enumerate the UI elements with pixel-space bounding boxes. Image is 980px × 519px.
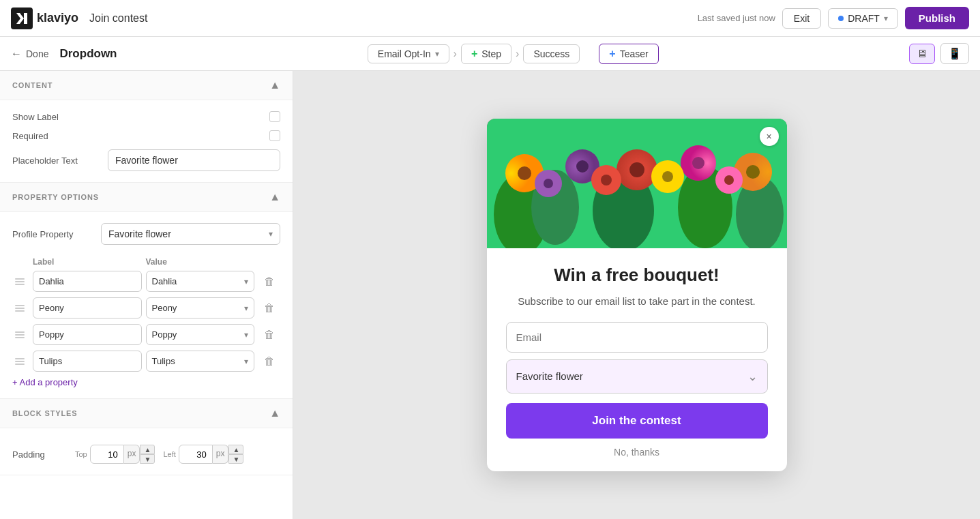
svg-point-13 bbox=[629, 162, 644, 177]
flow-arrow-1: › bbox=[454, 48, 457, 60]
left-decrement-button[interactable]: ▼ bbox=[228, 454, 243, 464]
options-table-header: Label Value bbox=[12, 253, 280, 271]
done-label: Done bbox=[26, 48, 48, 59]
done-button[interactable]: ← Done bbox=[11, 48, 48, 60]
flowers-svg bbox=[487, 119, 787, 248]
flowbar: ← Done Dropdown Email Opt-In ▾ › + Step … bbox=[0, 37, 980, 71]
value-chevron-icon: ▾ bbox=[244, 303, 248, 313]
padding-top-field: Top px ▲ ▼ bbox=[75, 445, 155, 464]
label-col-header: Label bbox=[33, 257, 142, 267]
property-options-title: PROPERTY OPTIONS bbox=[12, 193, 99, 201]
value-chevron-icon: ▾ bbox=[244, 330, 248, 340]
page-title: Join contest bbox=[89, 12, 147, 25]
left-increment-button[interactable]: ▲ bbox=[228, 445, 243, 454]
content-section-toggle-icon: ▲ bbox=[269, 79, 280, 91]
delete-tulips-button[interactable]: 🗑 bbox=[258, 354, 280, 369]
flowbar-left: ← Done Dropdown bbox=[11, 47, 117, 61]
left-label: Left bbox=[163, 450, 175, 458]
email-input-preview[interactable] bbox=[506, 322, 768, 353]
left-stepper[interactable]: ▲ ▼ bbox=[228, 445, 243, 464]
svg-point-9 bbox=[518, 166, 531, 180]
plus-green-icon: + bbox=[471, 48, 477, 60]
flow-step-chevron-icon: ▾ bbox=[435, 49, 439, 59]
delete-peony-button[interactable]: 🗑 bbox=[258, 301, 280, 316]
left-panel: CONTENT ▲ Show Label Required Placeholde… bbox=[0, 71, 293, 519]
delete-poppy-button[interactable]: 🗑 bbox=[258, 327, 280, 342]
flow-step-email-opt-in[interactable]: Email Opt-In ▾ bbox=[368, 44, 449, 63]
back-arrow-icon: ← bbox=[11, 48, 22, 60]
padding-label-text: Padding bbox=[12, 449, 67, 460]
top-label: Top bbox=[75, 450, 87, 458]
modal-preview: × Win a free bouquet! Subscribe to our e… bbox=[487, 119, 787, 471]
flower-dropdown-preview[interactable]: Favorite flower ⌄ bbox=[506, 359, 768, 394]
top-decrement-button[interactable]: ▼ bbox=[140, 454, 155, 464]
desktop-view-button[interactable]: 🖥 bbox=[909, 44, 935, 64]
label-input-peony[interactable] bbox=[33, 297, 142, 318]
section-title: Dropdown bbox=[59, 47, 117, 61]
placeholder-text-label: Placeholder Text bbox=[12, 155, 101, 166]
join-button[interactable]: Join the contest bbox=[506, 403, 768, 439]
padding-top-input[interactable] bbox=[90, 445, 124, 464]
property-options-section-header[interactable]: PROPERTY OPTIONS ▲ bbox=[0, 183, 293, 212]
content-section-header[interactable]: CONTENT ▲ bbox=[0, 71, 293, 100]
drag-handle[interactable] bbox=[12, 302, 29, 314]
svg-rect-1 bbox=[24, 13, 27, 24]
close-modal-button[interactable]: × bbox=[760, 127, 779, 146]
draft-button[interactable]: DRAFT ▾ bbox=[828, 8, 898, 29]
modal-subtext: Subscribe to our email list to take part… bbox=[506, 294, 768, 310]
required-checkbox[interactable] bbox=[269, 130, 280, 141]
padding-left-input[interactable] bbox=[179, 445, 213, 464]
drag-handle[interactable] bbox=[12, 276, 29, 288]
logo: klaviyo bbox=[11, 8, 78, 29]
publish-button[interactable]: Publish bbox=[905, 7, 969, 29]
top-px-label: px bbox=[124, 445, 140, 464]
no-thanks-link[interactable]: No, thanks bbox=[506, 447, 768, 458]
draft-dot bbox=[838, 16, 844, 21]
topbar-right: Last saved just now Exit DRAFT ▾ Publish bbox=[698, 7, 969, 29]
svg-point-15 bbox=[692, 157, 704, 169]
required-row: Required bbox=[12, 130, 280, 141]
value-select-peony[interactable]: Peony ▾ bbox=[146, 297, 255, 318]
exit-button[interactable]: Exit bbox=[782, 8, 821, 29]
profile-property-label: Profile Property bbox=[12, 229, 101, 239]
padding-left-field: Left px ▲ ▼ bbox=[163, 445, 243, 464]
last-saved-text: Last saved just now bbox=[698, 13, 775, 23]
flower-chevron-icon: ⌄ bbox=[747, 369, 758, 384]
label-input-tulips[interactable] bbox=[33, 351, 142, 372]
drag-handle[interactable] bbox=[12, 329, 29, 341]
mobile-view-button[interactable]: 📱 bbox=[940, 43, 969, 64]
flow-step-success[interactable]: Success bbox=[523, 44, 580, 63]
content-section-body: Show Label Required Placeholder Text bbox=[0, 100, 293, 183]
flow-step-teaser[interactable]: + Teaser bbox=[599, 44, 658, 64]
property-options-body: Profile Property Favorite flower ▾ Label… bbox=[0, 212, 293, 399]
flowers-image bbox=[487, 119, 787, 248]
add-property-link[interactable]: + Add a property bbox=[12, 377, 280, 387]
modal-image-container: × bbox=[487, 119, 787, 248]
placeholder-text-input[interactable] bbox=[108, 149, 280, 171]
value-select-tulips[interactable]: Tulips ▾ bbox=[146, 351, 255, 372]
teaser-label: Teaser bbox=[620, 48, 649, 59]
top-stepper[interactable]: ▲ ▼ bbox=[140, 445, 155, 464]
value-select-poppy[interactable]: Poppy ▾ bbox=[146, 324, 255, 345]
delete-dahlia-button[interactable]: 🗑 bbox=[258, 274, 280, 289]
block-styles-title: BLOCK STYLES bbox=[12, 409, 78, 417]
show-label-checkbox[interactable] bbox=[269, 111, 280, 122]
flow-arrow-2: › bbox=[516, 48, 519, 60]
drag-handle[interactable] bbox=[12, 355, 29, 368]
flowbar-center: Email Opt-In ▾ › + Step › Success + Teas… bbox=[368, 44, 659, 64]
svg-point-21 bbox=[601, 175, 612, 186]
required-label-text: Required bbox=[12, 131, 269, 141]
padding-row: Padding Top px ▲ ▼ Left bbox=[12, 445, 280, 464]
left-px-label: px bbox=[213, 445, 229, 464]
profile-property-value: Favorite flower bbox=[108, 228, 171, 239]
flowbar-right: 🖥 📱 bbox=[909, 43, 969, 64]
block-styles-section-header[interactable]: BLOCK STYLES ▲ bbox=[0, 399, 293, 428]
flow-step-add-1[interactable]: + Step bbox=[461, 44, 511, 64]
svg-point-11 bbox=[576, 160, 589, 173]
block-styles-body: Padding Top px ▲ ▼ Left bbox=[0, 428, 293, 475]
top-increment-button[interactable]: ▲ bbox=[140, 445, 155, 454]
label-input-dahlia[interactable] bbox=[33, 271, 142, 292]
profile-property-select[interactable]: Favorite flower ▾ bbox=[101, 223, 280, 245]
label-input-poppy[interactable] bbox=[33, 324, 142, 345]
value-select-dahlia[interactable]: Dahlia ▾ bbox=[146, 271, 255, 292]
